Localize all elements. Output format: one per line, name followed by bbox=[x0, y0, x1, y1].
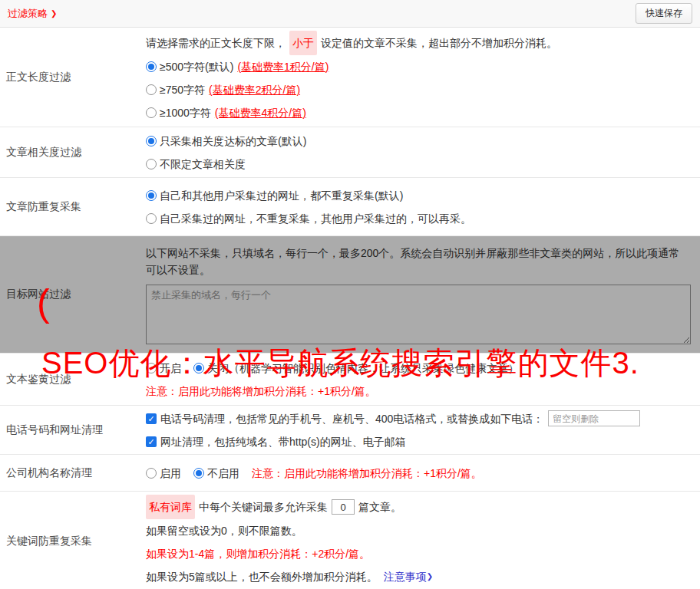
quick-save-button[interactable]: 快速保存 bbox=[636, 3, 692, 24]
keyword-chip-private-lexicon: 私有词库 bbox=[146, 495, 195, 519]
porn-filter-options: 开启 关闭（机器学习智能识别色情内容，让系统只采集绿色健康文章） bbox=[146, 357, 691, 380]
header-bar: 过滤策略 ❯ 快速保存 bbox=[0, 0, 700, 28]
intro-text-pre: 请选择需求的正文长度下限， bbox=[146, 31, 286, 54]
company-cleanup-note: 注意：启用此功能将增加积分消耗：+1积分/篇。 bbox=[252, 462, 482, 485]
notes-link[interactable]: 注意事项 bbox=[384, 565, 427, 588]
section-label-dedup-filter: 文章防重复采集 bbox=[0, 178, 137, 235]
option-label: 不启用 bbox=[207, 462, 239, 485]
blocked-domains-textarea[interactable] bbox=[146, 285, 691, 344]
section-label-porn-filter: 文本鉴黄过滤 bbox=[0, 354, 137, 405]
checkbox-checked-icon[interactable]: ✓ bbox=[146, 436, 157, 447]
line4-text: 如果设为5篇或以上，也不会额外增加积分消耗。 bbox=[146, 565, 378, 588]
section-dedup-filter: 文章防重复采集 自己和其他用户采集过的网址，都不重复采集(默认) 自己采集过的网… bbox=[0, 178, 700, 236]
radio-unchecked-icon[interactable] bbox=[146, 213, 157, 224]
option-label: 网址清理，包括纯域名、带http(s)的网址、电子邮箱 bbox=[160, 430, 406, 453]
line1-text: 中每个关键词最多允许采集 bbox=[199, 495, 328, 518]
option-label: 不限定文章相关度 bbox=[160, 153, 246, 176]
line1-text-end: 篇文章。 bbox=[358, 495, 401, 518]
porn-filter-note: 注意：启用此功能将增加积分消耗：+1积分/篇。 bbox=[146, 380, 691, 403]
length-filter-intro: 请选择需求的正文长度下限， 小于 设定值的文章不采集，超出部分不增加积分消耗。 bbox=[146, 31, 691, 55]
option-relevance-any[interactable]: 不限定文章相关度 bbox=[146, 153, 691, 176]
site-filter-description: 以下网站不采集，只填域名，每行一个，最多200个。系统会自动识别并屏蔽那些非文章… bbox=[146, 245, 683, 278]
option-label: 启用 bbox=[160, 462, 181, 485]
chevron-down-icon[interactable]: ❯ bbox=[51, 9, 57, 18]
radio-checked-icon[interactable] bbox=[146, 190, 157, 201]
option-label: ≥500字符(默认) bbox=[160, 55, 233, 78]
option-porn-filter-on[interactable]: 开启 bbox=[146, 357, 181, 380]
option-label: 电话号码清理，包括常见的手机号、座机号、400电话格式，或替换成如下电话： bbox=[160, 407, 543, 430]
option-porn-filter-off[interactable]: 关闭（机器学习智能识别色情内容，让系统只采集绿色健康文章） bbox=[193, 357, 519, 380]
keyword-dedup-line2: 如果留空或设为0，则不限篇数。 bbox=[146, 519, 691, 542]
option-label: 开启 bbox=[160, 357, 181, 380]
section-relevance-filter: 文章相关度过滤 只采集相关度达标的文章(默认) 不限定文章相关度 bbox=[0, 127, 700, 178]
option-company-cleanup-off[interactable]: 不启用 bbox=[193, 462, 239, 485]
option-company-cleanup-on[interactable]: 启用 bbox=[146, 462, 181, 485]
option-label: 关闭（机器学习智能识别色情内容，让系统只采集绿色健康文章） bbox=[207, 357, 519, 380]
company-cleanup-row: 启用 不启用 注意：启用此功能将增加积分消耗：+1积分/篇。 bbox=[146, 462, 691, 485]
keyword-dedup-content: 私有词库 中每个关键词最多允许采集 篇文章。 如果留空或设为0，则不限篇数。 如… bbox=[137, 492, 700, 589]
dedup-filter-content: 自己和其他用户采集过的网址，都不重复采集(默认) 自己采集过的网址，不重复采集，… bbox=[137, 178, 700, 235]
header-title-group[interactable]: 过滤策略 ❯ bbox=[8, 7, 57, 21]
section-label-length-filter: 正文长度过滤 bbox=[0, 28, 137, 127]
replacement-phone-input[interactable] bbox=[548, 410, 640, 426]
section-company-cleanup: 公司机构名称清理 启用 不启用 注意：启用此功能将增加积分消耗：+1积分/篇。 bbox=[0, 455, 700, 492]
radio-unchecked-icon[interactable] bbox=[146, 159, 157, 169]
page-title: 过滤策略 bbox=[8, 7, 48, 21]
option-min-1000-chars[interactable]: ≥1000字符 (基础费率4积分/篇) bbox=[146, 101, 691, 124]
radio-unchecked-icon[interactable] bbox=[146, 107, 157, 118]
rate-note: (基础费率1积分/篇) bbox=[237, 55, 329, 78]
section-phone-cleanup: 电话号码和网址清理 ✓ 电话号码清理，包括常见的手机号、座机号、400电话格式，… bbox=[0, 406, 700, 455]
option-dedup-all-users[interactable]: 自己和其他用户采集过的网址，都不重复采集(默认) bbox=[146, 184, 691, 207]
section-label-site-filter: 目标网站过滤 bbox=[0, 236, 137, 353]
option-min-750-chars[interactable]: ≥750字符 (基础费率2积分/篇) bbox=[146, 78, 691, 101]
option-label: 只采集相关度达标的文章(默认) bbox=[160, 130, 306, 153]
keyword-dedup-line4: 如果设为5篇或以上，也不会额外增加积分消耗。 注意事项 ❯ bbox=[146, 565, 691, 588]
section-site-filter: 目标网站过滤 以下网站不采集，只填域名，每行一个，最多200个。系统会自动识别并… bbox=[0, 236, 700, 354]
site-filter-content: 以下网站不采集，只填域名，每行一个，最多200个。系统会自动识别并屏蔽那些非文章… bbox=[137, 236, 700, 353]
radio-checked-icon[interactable] bbox=[193, 468, 204, 479]
option-label: ≥1000字符 bbox=[160, 101, 211, 124]
option-label: 自己和其他用户采集过的网址，都不重复采集(默认) bbox=[160, 184, 403, 207]
length-filter-content: 请选择需求的正文长度下限， 小于 设定值的文章不采集，超出部分不增加积分消耗。 … bbox=[137, 28, 700, 127]
max-articles-input[interactable] bbox=[332, 499, 355, 515]
option-phone-cleanup[interactable]: ✓ 电话号码清理，包括常见的手机号、座机号、400电话格式，或替换成如下电话： bbox=[146, 407, 543, 430]
radio-checked-icon[interactable] bbox=[146, 136, 157, 146]
option-label: 自己采集过的网址，不重复采集，其他用户采集过的，可以再采。 bbox=[160, 207, 471, 230]
filter-strategy-page: 过滤策略 ❯ 快速保存 正文长度过滤 请选择需求的正文长度下限， 小于 设定值的… bbox=[0, 0, 700, 589]
radio-unchecked-icon[interactable] bbox=[146, 363, 157, 373]
section-label-keyword-dedup: 关键词防重复采集 bbox=[0, 492, 137, 589]
radio-checked-icon[interactable] bbox=[146, 61, 157, 72]
option-relevance-only[interactable]: 只采集相关度达标的文章(默认) bbox=[146, 130, 691, 153]
radio-checked-icon[interactable] bbox=[193, 363, 204, 373]
keyword-chip-less-than: 小于 bbox=[289, 31, 317, 55]
relevance-filter-content: 只采集相关度达标的文章(默认) 不限定文章相关度 bbox=[137, 127, 700, 177]
section-keyword-dedup: 关键词防重复采集 私有词库 中每个关键词最多允许采集 篇文章。 如果留空或设为0… bbox=[0, 492, 700, 589]
option-url-cleanup[interactable]: ✓ 网址清理，包括纯域名、带http(s)的网址、电子邮箱 bbox=[146, 430, 691, 453]
option-label: ≥750字符 bbox=[160, 78, 205, 101]
keyword-dedup-line3: 如果设为1-4篇，则增加积分消耗：+2积分/篇。 bbox=[146, 542, 691, 565]
phone-cleanup-row: ✓ 电话号码清理，包括常见的手机号、座机号、400电话格式，或替换成如下电话： bbox=[146, 407, 691, 430]
phone-cleanup-content: ✓ 电话号码清理，包括常见的手机号、座机号、400电话格式，或替换成如下电话： … bbox=[137, 406, 700, 454]
rate-note: (基础费率2积分/篇) bbox=[209, 78, 300, 101]
section-label-phone-cleanup: 电话号码和网址清理 bbox=[0, 406, 137, 454]
section-length-filter: 正文长度过滤 请选择需求的正文长度下限， 小于 设定值的文章不采集，超出部分不增… bbox=[0, 28, 700, 127]
intro-text-post: 设定值的文章不采集，超出部分不增加积分消耗。 bbox=[321, 31, 557, 54]
option-min-500-chars[interactable]: ≥500字符(默认) (基础费率1积分/篇) bbox=[146, 55, 691, 78]
porn-filter-content: 开启 关闭（机器学习智能识别色情内容，让系统只采集绿色健康文章） 注意：启用此功… bbox=[137, 354, 700, 405]
rate-note: (基础费率4积分/篇) bbox=[215, 101, 306, 124]
keyword-dedup-line1: 私有词库 中每个关键词最多允许采集 篇文章。 bbox=[146, 495, 691, 519]
section-porn-filter: 文本鉴黄过滤 开启 关闭（机器学习智能识别色情内容，让系统只采集绿色健康文章） … bbox=[0, 354, 700, 406]
checkbox-checked-icon[interactable]: ✓ bbox=[146, 413, 157, 424]
option-dedup-self-only[interactable]: 自己采集过的网址，不重复采集，其他用户采集过的，可以再采。 bbox=[146, 207, 691, 230]
section-label-relevance-filter: 文章相关度过滤 bbox=[0, 127, 137, 177]
section-label-company-cleanup: 公司机构名称清理 bbox=[0, 455, 137, 491]
radio-unchecked-icon[interactable] bbox=[146, 84, 157, 95]
radio-unchecked-icon[interactable] bbox=[146, 468, 157, 479]
company-cleanup-content: 启用 不启用 注意：启用此功能将增加积分消耗：+1积分/篇。 bbox=[137, 455, 700, 491]
chevron-down-icon[interactable]: ❯ bbox=[427, 565, 433, 588]
